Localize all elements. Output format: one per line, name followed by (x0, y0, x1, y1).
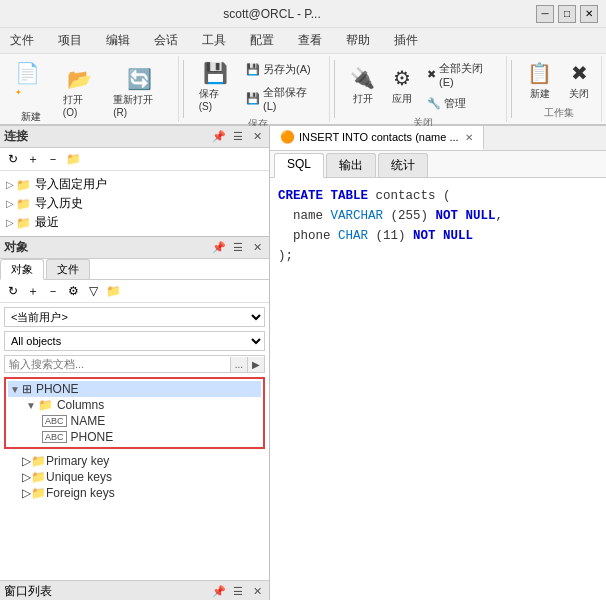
tree-item-primary-key[interactable]: ▷ 📁 Primary key (20, 453, 265, 469)
close-buttons: 🔌 打开 ⚙ 应用 ✖ 全部关闭(E) 🔧 管理 (343, 58, 502, 114)
editor-tab-close-btn[interactable]: ✕ (465, 132, 473, 143)
new-button[interactable]: 📄✦ 新建 (8, 58, 54, 127)
conn-remove-btn[interactable]: － (44, 150, 62, 168)
reopen-button[interactable]: 🔄 重新打开(R) (106, 64, 174, 121)
main-layout: 连接 📌 ☰ ✕ ↻ ＋ － 📁 ▷ 📁 导入固定用户 ▷ 📁 导入历史 (0, 126, 606, 600)
connection-header-icons: 📌 ☰ ✕ (211, 129, 265, 145)
sql-sub-tabs: SQL 输出 统计 (270, 151, 606, 178)
connection-menu-icon[interactable]: ☰ (230, 129, 246, 145)
right-panel: 🟠 INSERT INTO contacts (name ... ✕ SQL 输… (270, 126, 606, 600)
ribbon-toolbar: 📄✦ 新建 📂 打开(O) 🔄 重新打开(R) 打开 💾 保存( (0, 54, 606, 124)
app-icon: ⚙ (393, 66, 411, 90)
menu-file[interactable]: 文件 (4, 30, 40, 51)
objects-header-icons: 📌 ☰ ✕ (211, 240, 265, 256)
close-button[interactable]: ✕ (580, 5, 598, 23)
menu-tools[interactable]: 工具 (196, 30, 232, 51)
ribbon-group-save: 💾 保存(S) 💾 另存为(A) 💾 全部保存(L) 保存 (188, 56, 330, 122)
menu-session[interactable]: 会话 (148, 30, 184, 51)
tree-item-foreign-keys[interactable]: ▷ 📁 Foreign keys (20, 485, 265, 501)
objects-pin-icon[interactable]: 📌 (211, 240, 227, 256)
obj-remove-btn[interactable]: － (44, 282, 62, 300)
tab-db-icon: 🟠 (280, 130, 295, 144)
fixed-users-icon: 📁 (16, 178, 31, 192)
connect-button[interactable]: 🔌 打开 (343, 63, 382, 109)
tree-item-columns[interactable]: ▼ 📁 Columns (24, 397, 261, 413)
table-icon: ⊞ (22, 382, 32, 396)
newws-button[interactable]: 📋 新建 (520, 58, 559, 104)
foreign-keys-expand-arrow: ▷ (22, 486, 31, 500)
saveas-icon: 💾 (246, 63, 260, 76)
closews-button[interactable]: ✖ 关闭 (561, 58, 597, 104)
objects-menu-icon[interactable]: ☰ (230, 240, 246, 256)
open-icon: 📂 (67, 67, 92, 91)
phone-tree-container: ▼ ⊞ PHONE ▼ 📁 Columns ABC (4, 377, 265, 449)
conn-item-fixed-users[interactable]: ▷ 📁 导入固定用户 (4, 175, 265, 194)
objects-close-icon[interactable]: ✕ (249, 240, 265, 256)
minimize-button[interactable]: ─ (536, 5, 554, 23)
connection-title: 连接 (4, 128, 28, 145)
maximize-button[interactable]: □ (558, 5, 576, 23)
sql-tab-stats[interactable]: 统计 (378, 153, 428, 177)
columns-expand-arrow: ▼ (26, 400, 36, 411)
divider-1 (183, 60, 184, 118)
primary-key-icon: 📁 (31, 454, 46, 468)
window-list-icons: 📌 ☰ ✕ (211, 583, 265, 599)
conn-refresh-btn[interactable]: ↻ (4, 150, 22, 168)
save-button[interactable]: 💾 保存(S) (192, 58, 239, 115)
obj-add-btn[interactable]: ＋ (24, 282, 42, 300)
conn-add-btn[interactable]: ＋ (24, 150, 42, 168)
tree-item-phone-col[interactable]: ABC PHONE (40, 429, 261, 445)
save-buttons: 💾 保存(S) 💾 另存为(A) 💾 全部保存(L) (192, 58, 325, 115)
current-user-dropdown[interactable]: <当前用户> (4, 307, 265, 327)
tree-item-unique-keys[interactable]: ▷ 📁 Unique keys (20, 469, 265, 485)
conn-item-history[interactable]: ▷ 📁 导入历史 (4, 194, 265, 213)
menu-plugin[interactable]: 插件 (388, 30, 424, 51)
menu-config[interactable]: 配置 (244, 30, 280, 51)
columns-group: ▼ 📁 Columns ABC NAME ABC (24, 397, 261, 445)
window-list-pin-icon[interactable]: 📌 (211, 583, 227, 599)
foreign-keys-icon: 📁 (31, 486, 46, 500)
conn-folder-btn[interactable]: 📁 (64, 150, 82, 168)
conn-item-recent[interactable]: ▷ 📁 最近 (4, 213, 265, 232)
menu-edit[interactable]: 编辑 (100, 30, 136, 51)
ribbon-menu-bar: 文件 项目 编辑 会话 工具 配置 查看 帮助 插件 (0, 28, 606, 54)
search-go-button[interactable]: ▶ (247, 357, 264, 372)
name-column: ABC NAME (40, 413, 261, 429)
code-editor[interactable]: CREATE TABLE contacts ( name VARCHAR (25… (270, 178, 606, 600)
new-icon: 📄✦ (15, 61, 47, 108)
menu-help[interactable]: 帮助 (340, 30, 376, 51)
column-type-badge-name: ABC (42, 415, 67, 427)
primary-key-expand-arrow: ▷ (22, 454, 31, 468)
editor-tab-main[interactable]: 🟠 INSERT INTO contacts (name ... ✕ (270, 126, 484, 150)
obj-folder-btn[interactable]: 📁 (104, 282, 122, 300)
saveas-button[interactable]: 💾 另存为(A) (241, 59, 325, 80)
sql-tab-output[interactable]: 输出 (326, 153, 376, 177)
menu-project[interactable]: 项目 (52, 30, 88, 51)
all-objects-dropdown[interactable]: All objects (4, 331, 265, 351)
open-button[interactable]: 📂 打开(O) (56, 64, 104, 121)
obj-config-btn[interactable]: ⚙ (64, 282, 82, 300)
connection-pin-icon[interactable]: 📌 (211, 129, 227, 145)
obj-refresh-btn[interactable]: ↻ (4, 282, 22, 300)
objects-tab-objects[interactable]: 对象 (0, 259, 44, 280)
sql-tab-sql[interactable]: SQL (274, 153, 324, 178)
window-list-menu-icon[interactable]: ☰ (230, 583, 246, 599)
saveall-button[interactable]: 💾 全部保存(L) (241, 82, 325, 115)
connection-close-icon[interactable]: ✕ (249, 129, 265, 145)
menu-view[interactable]: 查看 (292, 30, 328, 51)
app-button[interactable]: ⚙ 应用 (384, 63, 420, 109)
unique-keys-icon: 📁 (31, 470, 46, 484)
editor-tab-title: INSERT INTO contacts (name ... (299, 131, 459, 143)
obj-filter-btn[interactable]: ▽ (84, 282, 102, 300)
window-list-close-icon[interactable]: ✕ (249, 583, 265, 599)
manage-button[interactable]: 🔧 管理 (422, 93, 502, 114)
tree-item-name[interactable]: ABC NAME (40, 413, 261, 429)
closeall-button[interactable]: ✖ 全部关闭(E) (422, 58, 502, 91)
objects-toolbar: ↻ ＋ － ⚙ ▽ 📁 (0, 280, 269, 303)
objects-tab-files[interactable]: 文件 (46, 259, 90, 279)
search-input[interactable] (5, 356, 230, 372)
tree-item-phone[interactable]: ▼ ⊞ PHONE (8, 381, 261, 397)
workspace-group-label: 工作集 (544, 104, 574, 120)
search-button[interactable]: ... (230, 357, 247, 372)
search-box: ... ▶ (4, 355, 265, 373)
